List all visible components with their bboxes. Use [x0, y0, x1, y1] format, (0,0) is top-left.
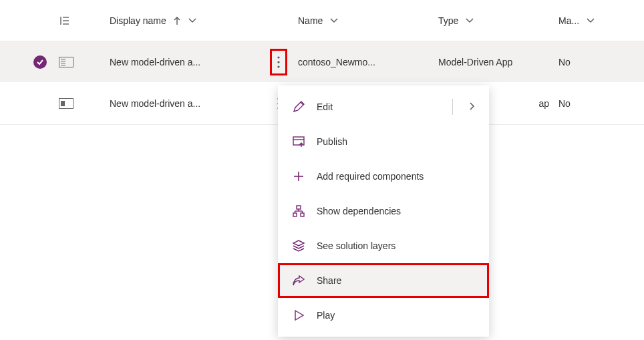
cell-type: Model-Driven App [438, 57, 558, 67]
column-header-name[interactable]: Name [298, 15, 438, 26]
play-icon [291, 308, 306, 323]
svg-point-7 [277, 65, 279, 67]
sort-ascending-icon [173, 16, 181, 25]
edit-icon [291, 100, 306, 114]
column-header-label: Display name [110, 15, 166, 26]
svg-rect-17 [297, 206, 301, 209]
managed-text: No [558, 98, 571, 109]
column-header-managed[interactable]: Ma... [558, 15, 644, 26]
cell-display-name: New model-driven a... [98, 50, 298, 74]
cell-managed: No [558, 98, 644, 109]
type-text: ap [538, 98, 549, 109]
menu-item-show-dependencies[interactable]: Show dependencies [278, 194, 489, 228]
svg-rect-18 [293, 213, 297, 216]
cell-display-name: New model-driven a... [98, 92, 298, 116]
menu-separator [452, 99, 453, 115]
menu-item-label: Show dependencies [317, 206, 401, 216]
menu-item-edit[interactable]: Edit [278, 90, 489, 124]
svg-rect-19 [301, 213, 304, 216]
more-actions-button[interactable] [271, 50, 286, 74]
type-text: Model-Driven App [438, 57, 512, 67]
svg-point-5 [277, 56, 279, 58]
menu-item-label: Play [317, 310, 335, 321]
column-component-type-icon[interactable] [59, 15, 98, 27]
layers-icon [291, 238, 306, 253]
svg-point-6 [277, 61, 279, 63]
component-type-icon [59, 57, 98, 67]
menu-item-see-layers[interactable]: See solution layers [278, 228, 489, 263]
menu-item-label: Edit [317, 102, 333, 112]
model-driven-app-icon [59, 57, 73, 67]
row-context-menu: Edit Publish Add required components [278, 86, 489, 337]
menu-item-label: Add required components [317, 171, 424, 182]
column-header-display-name[interactable]: Display name [98, 15, 298, 26]
column-header-label: Type [438, 15, 458, 26]
svg-marker-24 [293, 240, 304, 246]
menu-item-play[interactable]: Play [278, 298, 489, 333]
component-type-icon [59, 98, 98, 109]
chevron-down-icon [188, 17, 197, 24]
dependencies-icon [291, 204, 306, 218]
menu-item-label: Publish [317, 136, 347, 147]
menu-item-publish[interactable]: Publish [278, 124, 489, 159]
checkmark-icon [33, 55, 47, 69]
column-header-type[interactable]: Type [438, 15, 558, 26]
display-name-text: New model-driven a... [110, 57, 200, 67]
display-name-text: New model-driven a... [110, 98, 200, 109]
publish-icon [291, 134, 306, 149]
name-text: contoso_Newmo... [298, 57, 375, 67]
menu-item-add-required[interactable]: Add required components [278, 159, 489, 194]
share-icon [291, 273, 306, 288]
plus-icon [291, 169, 306, 184]
chevron-down-icon [586, 17, 595, 24]
submenu-chevron-right-icon[interactable] [469, 102, 476, 113]
menu-item-label: Share [317, 275, 341, 286]
cell-managed: No [558, 57, 644, 67]
column-header-label: Name [298, 15, 323, 26]
column-header-label: Ma... [558, 15, 579, 26]
menu-item-share[interactable]: Share [278, 263, 489, 298]
managed-text: No [558, 57, 571, 67]
chevron-down-icon [329, 17, 339, 24]
menu-item-label: See solution layers [317, 240, 395, 251]
svg-marker-25 [295, 311, 303, 320]
table-header-row: Display name Name Type Ma... [0, 0, 644, 41]
table-row[interactable]: New model-driven a... contoso_Newmo... M… [0, 41, 644, 83]
row-selected-indicator[interactable] [21, 55, 59, 69]
chevron-down-icon [465, 17, 474, 24]
model-driven-app-icon [59, 98, 73, 109]
cell-name: contoso_Newmo... [298, 57, 438, 67]
